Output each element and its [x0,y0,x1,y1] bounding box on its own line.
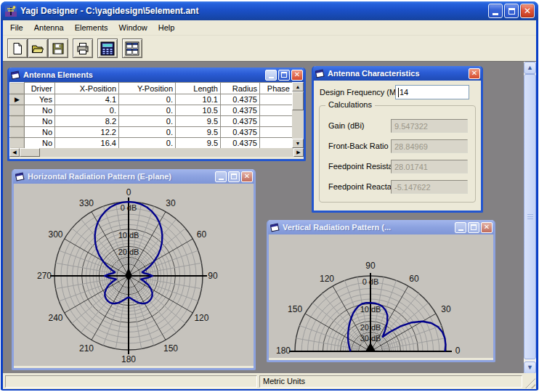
horizontal-radiation-pattern-plot: 03060901201501802102402703003300 dB10 dB… [14,184,254,366]
grid-cell[interactable]: 9.5 [176,138,221,149]
grid-cell[interactable] [260,116,293,127]
scroll-down-icon[interactable]: ▼ [524,362,536,373]
scrollbar-thumb[interactable] [20,148,40,157]
antenna-elements-title: Antenna Elements [23,70,264,79]
grid-cell[interactable] [260,138,293,149]
db-ring-label: 20 dB [118,248,139,256]
menu-file[interactable]: File [6,21,28,34]
scroll-up-icon[interactable]: ▲ [524,62,536,74]
mdi-area: Antenna Elements ✕ DriverX-PositionY-Pos… [3,61,536,373]
minimize-icon [458,229,463,231]
grid-cell[interactable]: 10.5 [176,105,221,116]
grid-cell[interactable]: No [25,138,55,149]
antenna-characteristics-titlebar[interactable]: Antenna Characteristics ✕ [313,66,482,81]
scroll-up-icon[interactable]: ▲ [292,82,304,91]
grid-cell[interactable]: 0.4375 [221,94,260,105]
calc-value-1: 28.84969 [391,139,468,153]
menu-window[interactable]: Window [115,21,152,34]
open-file-button[interactable] [28,38,48,58]
column-header-phase[interactable]: Phase [260,83,293,94]
grid-cell[interactable]: 0. [119,116,176,127]
grid-cell[interactable]: 0.4375 [221,127,260,138]
grid-cell[interactable]: No [25,105,55,116]
horizontal-pattern-title: Horizontal Radiation Pattern (E-plane) [28,172,214,181]
scroll-left-icon[interactable]: ◀ [9,148,20,157]
close-button[interactable]: ✕ [291,70,303,81]
table-vertical-scrollbar[interactable]: ▲ ▼ [292,82,304,148]
text-caret [398,88,399,97]
grid-cell[interactable]: 0. [119,138,176,149]
column-header-x-position[interactable]: X-Position [55,83,119,94]
scroll-down-icon[interactable]: ▼ [292,139,304,148]
maximize-button[interactable] [504,4,519,18]
new-file-button[interactable] [7,38,28,58]
menu-help[interactable]: Help [154,21,179,34]
grid-cell[interactable]: 0. [119,105,176,116]
column-header-radius[interactable]: Radius [221,83,260,94]
minimize-button[interactable] [455,222,466,233]
antenna-elements-titlebar[interactable]: Antenna Elements ✕ [9,68,304,82]
column-header-length[interactable]: Length [176,83,221,94]
grid-cell[interactable]: 9.5 [176,116,221,127]
vertical-pattern-titlebar[interactable]: Vertical Radiation Pattern (... ✕ [268,220,494,234]
calculate-button[interactable] [97,38,118,58]
menu-antenna[interactable]: Antenna [30,21,68,34]
grid-cell[interactable]: 10.1 [176,94,221,105]
close-button[interactable]: ✕ [241,171,253,182]
table-row: ▶Yes4.10.10.10.4375 [10,94,293,105]
angle-label: 60 [409,274,419,284]
mdi-vertical-scrollbar[interactable]: ▲ ▼ [524,62,536,373]
tile-windows-button[interactable] [122,38,142,58]
row-selector[interactable] [10,138,25,149]
scrollbar-thumb[interactable] [292,91,304,110]
grid-cell[interactable]: 16.4 [55,138,119,149]
grid-cell[interactable]: 0.4375 [221,138,260,149]
minimize-button[interactable] [265,70,277,81]
horizontal-pattern-titlebar[interactable]: Horizontal Radiation Pattern (E-plane) ✕ [13,169,254,184]
scrollbar-thumb[interactable] [524,74,536,359]
grid-cell[interactable]: 0. [55,105,119,116]
row-selector[interactable] [10,116,25,127]
grid-cell[interactable]: No [25,127,55,138]
column-header-driver[interactable]: Driver [25,83,55,94]
close-button[interactable]: ✕ [520,4,535,18]
table-corner-cell[interactable] [10,83,25,94]
grid-cell[interactable]: 8.2 [55,116,119,127]
minimize-button[interactable] [215,171,227,182]
close-icon: ✕ [524,7,531,15]
grid-cell[interactable]: 0. [119,127,176,138]
grid-cell[interactable] [260,127,293,138]
grid-cell[interactable]: 9.5 [176,127,221,138]
calc-label-1: Front-Back Ratio [328,142,389,150]
table-horizontal-scrollbar[interactable]: ◀ ▶ [9,148,304,157]
grid-cell[interactable]: 0.4375 [221,105,260,116]
grid-cell[interactable]: 0. [119,94,176,105]
scroll-right-icon[interactable]: ▶ [293,148,304,157]
maximize-button[interactable] [228,171,240,182]
grid-cell[interactable]: No [25,116,55,127]
save-button[interactable] [48,38,68,58]
minimize-button[interactable] [488,4,503,18]
grid-cell[interactable]: 0.4375 [221,116,260,127]
form-icon [315,69,325,78]
resize-grip[interactable] [525,378,535,388]
table-row: No12.20.9.50.4375 [10,127,293,138]
close-button[interactable]: ✕ [481,222,493,233]
menu-elements[interactable]: Elements [70,21,113,34]
row-selector[interactable] [10,105,25,116]
maximize-button[interactable] [468,222,479,233]
grid-cell[interactable]: Yes [25,94,55,105]
grid-cell[interactable]: 12.2 [55,127,119,138]
maximize-button[interactable] [278,70,290,81]
row-selector[interactable]: ▶ [10,94,25,105]
grid-cell[interactable]: 4.1 [55,94,119,105]
grid-cell[interactable] [260,94,293,105]
design-frequency-input[interactable]: 14 [395,85,469,99]
title-bar[interactable]: Yagi Designer - C:\yagidesign\5element.a… [1,1,538,20]
vertical-plot-client: 03060901201501800 dB10 dB20 dB30 dB [269,234,493,358]
column-header-y-position[interactable]: Y-Position [119,83,176,94]
close-button[interactable]: ✕ [469,68,480,79]
print-button[interactable] [73,38,93,58]
row-selector[interactable] [10,127,25,138]
grid-cell[interactable] [260,105,293,116]
